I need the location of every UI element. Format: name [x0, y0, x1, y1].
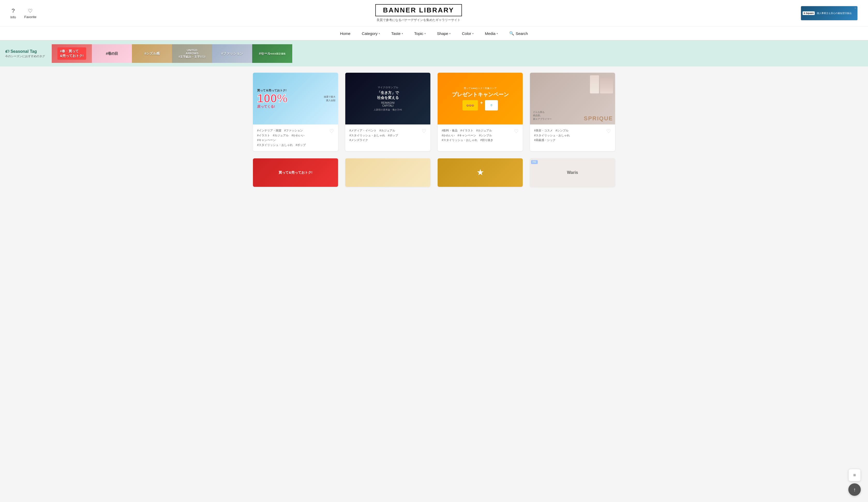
search-button[interactable]: 🔍 Search: [504, 31, 534, 36]
header: ? Info ♡ Favorite BANNER LIBRARY 良質で参考にな…: [0, 0, 868, 27]
tag-items: #春・買って&売っておトク! #母の日 #シズル感 UNITEDARROWS#文…: [52, 44, 868, 63]
card-4-image[interactable]: どんな肌も絶品肌。新エアプライマー SPRIQUE: [530, 73, 615, 124]
seasonal-tag-3[interactable]: #シズル感: [132, 44, 172, 63]
header-right: S Square 個人事業主も安心の最短翌日振込 ✕: [801, 6, 858, 20]
nav-color[interactable]: Color ▾: [456, 27, 479, 40]
card-3-tags: #飲料・食品 #イラスト #カジュアル #かわいい #キャンペーン #シンプル …: [442, 128, 512, 143]
info-button[interactable]: ? Info: [10, 8, 16, 19]
chevron-down-icon: ▾: [424, 32, 426, 35]
logo[interactable]: BANNER LIBRARY: [375, 4, 462, 16]
seasonal-tag-6-label: #セール WEB限定価格: [252, 44, 292, 63]
nav-shape[interactable]: Shape ▾: [431, 27, 456, 40]
card-grid-partial: 買って&売っておトク! ★ PR Waris: [253, 158, 615, 187]
seasonal-tag-1-label: #春・買って&売っておトク!: [52, 44, 92, 63]
seasonal-tag-5[interactable]: #ファッション: [212, 44, 252, 63]
card-3-image[interactable]: 買って＆●●おトク！対象ストア プレゼントキャンペーン 🍪🍪🍪 + 👕: [438, 73, 523, 124]
navbar: Home Category ▾ Taste ▾ Topic ▾ Shape ▾ …: [0, 27, 868, 41]
card-4-favorite[interactable]: ♡: [606, 128, 611, 134]
card-2-image[interactable]: マイクロサンプル 「生き方」で社会を変える REIMAGINICAPITALI …: [345, 73, 430, 124]
card-1-favorite[interactable]: ♡: [329, 128, 334, 134]
partial-card-3[interactable]: ★: [438, 158, 523, 187]
card-4: どんな肌も絶品肌。新エアプライマー SPRIQUE #美容・コスメ #シンプル …: [530, 73, 615, 151]
partial-card-2[interactable]: [345, 158, 430, 187]
card-2-body: #メディア・イベント #カジュアル #スタイリッシュ・おしゃれ #ポップ #メン…: [345, 124, 430, 146]
seasonal-bar: 🏷 Seasonal Tag 今のシーズンにおすすめのタグ #春・買って&売って…: [0, 41, 868, 66]
chevron-down-icon: ▾: [472, 32, 474, 35]
nav-media-label: Media: [485, 31, 496, 36]
favorite-label: Favorite: [24, 15, 37, 19]
seasonal-tag-4-label: UNITEDARROWS#文字組み・文字だけ: [172, 44, 212, 63]
main-content: 買って＆売っておトク! 100% 戻ってくる! 抽選で最大購入金額 #インテリア…: [0, 66, 868, 193]
card-1-tags: #インテリア・雑貨 #ファッション #イラスト #カジュアル #かわいい #キャ…: [257, 128, 327, 147]
nav-category[interactable]: Category ▾: [356, 27, 386, 40]
ad-banner[interactable]: S Square 個人事業主も安心の最短翌日振込 ✕: [801, 6, 858, 20]
pr-badge: PR: [531, 160, 538, 164]
ad-banner-inner: S Square 個人事業主も安心の最短翌日振込: [801, 6, 857, 20]
card-1: 買って＆売っておトク! 100% 戻ってくる! 抽選で最大購入金額 #インテリア…: [253, 73, 338, 151]
nav-home-label: Home: [340, 31, 350, 36]
search-icon: 🔍: [509, 31, 514, 36]
seasonal-tag-3-label: #シズル感: [132, 44, 172, 63]
card-2-favorite[interactable]: ♡: [422, 128, 426, 134]
nav-category-label: Category: [362, 31, 378, 36]
card-2: マイクロサンプル 「生き方」で社会を変える REIMAGINICAPITALI …: [345, 73, 430, 151]
partial-card-1[interactable]: 買って&売っておトク!: [253, 158, 338, 187]
header-left: ? Info ♡ Favorite: [10, 8, 37, 19]
ad-close-icon[interactable]: ✕: [854, 7, 856, 10]
seasonal-tag-6[interactable]: #セール WEB限定価格: [252, 44, 292, 63]
seasonal-subtitle: 今のシーズンにおすすめのタグ: [5, 54, 46, 58]
heart-icon: ♡: [28, 8, 33, 14]
nav-media[interactable]: Media ▾: [479, 27, 504, 40]
seasonal-tag-1[interactable]: #春・買って&売っておトク!: [52, 44, 92, 63]
favorite-button[interactable]: ♡ Favorite: [24, 8, 37, 19]
info-icon: ?: [12, 8, 15, 14]
card-3-favorite[interactable]: ♡: [514, 128, 519, 134]
chevron-down-icon: ▾: [379, 32, 380, 35]
seasonal-title: 🏷 Seasonal Tag: [5, 49, 46, 54]
search-label: Search: [516, 31, 528, 36]
logo-subtitle: 良質で参考になるバナーデザインを集めたギャラリーサイト: [37, 18, 801, 22]
nav-topic[interactable]: Topic ▾: [409, 27, 431, 40]
card-3: 買って＆●●おトク！対象ストア プレゼントキャンペーン 🍪🍪🍪 + 👕 #飲料・…: [438, 73, 523, 151]
card-1-body: #インテリア・雑貨 #ファッション #イラスト #カジュアル #かわいい #キャ…: [253, 124, 338, 151]
nav-shape-label: Shape: [437, 31, 448, 36]
chevron-down-icon: ▾: [497, 32, 498, 35]
card-4-tags: #美容・コスメ #シンプル #スタイリッシュ・おしゃれ #高級感・シック: [534, 128, 604, 143]
nav-color-label: Color: [462, 31, 471, 36]
seasonal-tag-4[interactable]: UNITEDARROWS#文字組み・文字だけ: [172, 44, 212, 63]
seasonal-tag-2[interactable]: #母の日: [92, 44, 132, 63]
card-grid: 買って＆売っておトク! 100% 戻ってくる! 抽選で最大購入金額 #インテリア…: [253, 73, 615, 151]
seasonal-tag-2-label: #母の日: [92, 44, 132, 63]
card-3-body: #飲料・食品 #イラスト #カジュアル #かわいい #キャンペーン #シンプル …: [438, 124, 523, 146]
nav-topic-label: Topic: [414, 31, 423, 36]
square-logo: S Square: [803, 11, 815, 15]
chevron-down-icon: ▾: [402, 32, 403, 35]
card-4-body: #美容・コスメ #シンプル #スタイリッシュ・おしゃれ #高級感・シック ♡: [530, 124, 615, 146]
card-1-image[interactable]: 買って＆売っておトク! 100% 戻ってくる! 抽選で最大購入金額: [253, 73, 338, 124]
info-label: Info: [10, 15, 16, 19]
seasonal-label: 🏷 Seasonal Tag 今のシーズンにおすすめのタグ: [0, 49, 52, 58]
partial-card-4[interactable]: PR Waris: [530, 158, 615, 187]
chevron-down-icon: ▾: [449, 32, 451, 35]
card-2-tags: #メディア・イベント #カジュアル #スタイリッシュ・おしゃれ #ポップ #メン…: [349, 128, 420, 143]
nav-home[interactable]: Home: [334, 27, 356, 40]
seasonal-tag-5-label: #ファッション: [212, 44, 252, 63]
nav-taste[interactable]: Taste ▾: [386, 27, 409, 40]
ad-text: 個人事業主も安心の最短翌日振込: [817, 12, 852, 15]
nav-taste-label: Taste: [391, 31, 401, 36]
header-center: BANNER LIBRARY 良質で参考になるバナーデザインを集めたギャラリーサ…: [37, 4, 801, 22]
